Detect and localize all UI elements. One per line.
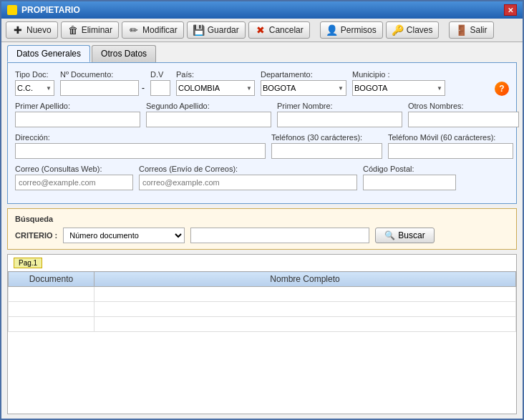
municipio-label: Municipio : [352,70,445,79]
direccion-label: Dirección: [15,133,266,142]
direccion-input[interactable]: CALLE 3 51 90 [15,143,266,159]
modificar-label: Modificar [142,25,178,35]
guardar-button[interactable]: 💾 Guardar [187,21,246,39]
dv-label: D.V [150,70,170,79]
modificar-icon: ✏ [128,24,140,36]
segundo-apellido-label: Segundo Apellido: [146,102,271,110]
codigo-postal-label: Código Postal: [363,165,456,173]
tipo-doc-select[interactable]: C.C. [15,80,54,96]
nuevo-label: Nuevo [26,25,52,35]
tab-otros-datos[interactable]: Otros Datos [92,45,156,62]
dv-group: D.V [150,70,170,96]
title-bar: PROPIETARIO ✕ [1,1,523,19]
correo-web-label: Correo (Consultas Web): [15,165,133,173]
num-doc-separator: - [142,83,145,93]
codigo-postal-input[interactable] [363,175,456,190]
form-row-4: Correo (Consultas Web): Correos (Envío d… [15,165,509,190]
claves-label: Claves [407,25,433,35]
correo-web-group: Correo (Consultas Web): [15,165,133,190]
eliminar-icon: 🗑 [67,24,79,36]
salir-button[interactable]: 🚪 Salir [449,21,493,39]
telefono-movil-input[interactable] [388,143,513,159]
departamento-group: Departamento: BOGOTA [261,70,346,96]
help-icon[interactable]: ? [495,82,509,96]
permisos-button[interactable]: 👤 Permisos [320,21,383,39]
salir-icon: 🚪 [455,24,467,36]
pais-label: País: [176,70,255,79]
search-input[interactable] [190,228,369,243]
table-cell-doc [9,287,94,302]
cancelar-label: Cancelar [269,25,304,35]
table-row [9,317,516,332]
municipio-group: Municipio : BOGOTA [352,70,445,96]
pais-select[interactable]: COLOMBIA [176,80,255,96]
primer-nombre-group: Primer Nombre: [277,102,402,127]
num-documento-input[interactable] [60,80,139,96]
departamento-select[interactable]: BOGOTA [261,80,346,96]
modificar-button[interactable]: ✏ Modificar [122,21,184,39]
telefono-movil-label: Teléfono Móvil (60 carácteres): [388,133,513,142]
otros-nombres-label: Otros Nombres: [408,102,519,110]
otros-nombres-input[interactable] [408,112,519,127]
claves-icon: 🔑 [392,24,404,36]
table-row [9,302,516,317]
guardar-label: Guardar [208,25,239,35]
municipio-select[interactable]: BOGOTA [352,80,445,96]
otros-nombres-group: Otros Nombres: [408,102,519,127]
window-icon [7,5,17,15]
form-row-2: Primer Apellido: Segundo Apellido: Prime… [15,102,509,127]
direccion-group: Dirección: CALLE 3 51 90 [15,133,266,159]
primer-nombre-label: Primer Nombre: [277,102,402,110]
table-cell-doc [9,317,94,332]
telefonos-input[interactable] [271,143,382,159]
table-cell-doc [9,302,94,317]
table-cell-nombre [94,287,516,302]
primer-apellido-group: Primer Apellido: [15,102,140,127]
primer-apellido-input[interactable] [15,112,140,127]
tab-datos-generales[interactable]: Datos Generales [7,45,90,62]
telefonos-label: Teléfonos (30 carácteres): [271,133,382,142]
window-close-button[interactable]: ✕ [504,4,517,16]
departamento-select-wrapper: BOGOTA [261,80,346,96]
cancelar-button[interactable]: ✖ Cancelar [248,21,310,39]
correos-envio-label: Correos (Envío de Correos): [139,165,357,173]
buscar-icon: 🔍 [384,230,395,240]
main-form-panel: Tipo Doc: C.C. Nº Documento: - D.V [7,62,517,204]
permisos-label: Permisos [341,25,377,35]
eliminar-button[interactable]: 🗑 Eliminar [61,21,119,39]
correos-envio-input[interactable] [139,175,357,190]
search-section: Búsqueda CRITERIO : Número documento Nom… [7,208,517,250]
buscar-button[interactable]: 🔍 Buscar [375,228,434,243]
eliminar-label: Eliminar [82,25,112,35]
telefono-movil-group: Teléfono Móvil (60 carácteres): [388,133,513,159]
buscar-label: Buscar [398,230,424,240]
criterio-label: CRITERIO : [15,231,57,240]
table-cell-nombre [94,302,516,317]
claves-button[interactable]: 🔑 Claves [386,21,440,39]
salir-label: Salir [470,25,487,35]
criterio-select[interactable]: Número documento Nombre Código [63,228,185,243]
nuevo-icon: ✚ [12,24,24,36]
guardar-icon: 💾 [193,24,205,36]
num-documento-group: Nº Documento: - [60,70,145,96]
nuevo-button[interactable]: ✚ Nuevo [6,21,58,39]
table-cell-nombre [94,317,516,332]
codigo-postal-group: Código Postal: [363,165,456,190]
telefonos-group: Teléfonos (30 carácteres): [271,133,382,159]
window-title: PROPIETARIO [21,5,80,15]
pais-select-wrapper: COLOMBIA [176,80,255,96]
dv-input[interactable] [150,80,170,96]
tipo-doc-label: Tipo Doc: [15,70,54,79]
table-row [9,287,516,302]
primer-nombre-input[interactable] [277,112,402,127]
correo-web-input[interactable] [15,175,133,190]
cancelar-icon: ✖ [255,24,266,36]
table-header-row: Documento Nombre Completo [9,272,516,287]
tipo-doc-select-wrapper: C.C. [15,80,54,96]
municipio-select-wrapper: BOGOTA [352,80,445,96]
tabs-bar: Datos Generales Otros Datos [1,42,523,62]
form-row-1: Tipo Doc: C.C. Nº Documento: - D.V [15,70,509,96]
tipo-doc-group: Tipo Doc: C.C. [15,70,54,96]
segundo-apellido-input[interactable] [146,112,271,127]
table-section: Pag.1 Documento Nombre Completo [7,254,517,414]
